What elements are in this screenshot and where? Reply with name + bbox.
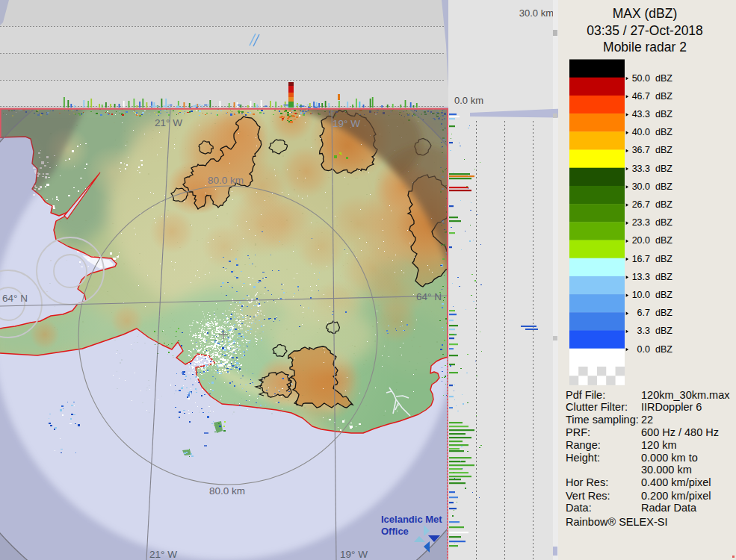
svg-text:dBZ: dBZ	[655, 290, 672, 300]
svg-text:PRF:: PRF:	[566, 426, 590, 438]
svg-text:20.0: 20.0	[632, 235, 650, 246]
svg-text:0.200 km/pixel: 0.200 km/pixel	[641, 490, 711, 502]
svg-text:dBZ: dBZ	[655, 181, 672, 192]
svg-text:0.0: 0.0	[637, 344, 650, 355]
svg-text:Hor Res:: Hor Res:	[566, 476, 608, 488]
svg-text:23.3: 23.3	[632, 217, 650, 228]
svg-text:dBZ: dBZ	[655, 344, 672, 355]
svg-text:21° W: 21° W	[149, 549, 177, 560]
svg-text:MAX (dBZ): MAX (dBZ)	[613, 6, 678, 21]
svg-text:40.0: 40.0	[632, 127, 650, 137]
svg-text:64° N: 64° N	[2, 293, 28, 304]
svg-text:Height:: Height:	[566, 452, 600, 464]
svg-text:30.0: 30.0	[632, 181, 650, 192]
svg-text:Clutter Filter:: Clutter Filter:	[566, 401, 628, 413]
svg-text:30.0 km: 30.0 km	[519, 7, 554, 19]
svg-text:03:35 / 27-Oct-2018: 03:35 / 27-Oct-2018	[587, 23, 703, 38]
svg-text:dBZ: dBZ	[655, 109, 672, 119]
svg-text:Mobile radar 2: Mobile radar 2	[603, 40, 687, 55]
svg-text:16.7: 16.7	[632, 254, 650, 264]
svg-text:120 km: 120 km	[641, 439, 677, 451]
svg-text:Rainbow® SELEX-SI: Rainbow® SELEX-SI	[566, 516, 667, 528]
svg-text:dBZ: dBZ	[655, 91, 672, 102]
svg-text:600 Hz / 480 Hz: 600 Hz / 480 Hz	[641, 426, 719, 438]
svg-text:dBZ: dBZ	[655, 164, 672, 174]
svg-text:80.0 km: 80.0 km	[209, 485, 245, 497]
svg-text:120km_30km.max: 120km_30km.max	[641, 389, 730, 401]
svg-text:dBZ: dBZ	[655, 145, 672, 155]
svg-text:dBZ: dBZ	[655, 326, 672, 336]
svg-text:Pdf File:: Pdf File:	[566, 389, 605, 401]
svg-text:19° W: 19° W	[333, 118, 360, 129]
svg-text:6.7: 6.7	[637, 308, 650, 318]
svg-text:30.000 km: 30.000 km	[641, 464, 692, 476]
svg-text:Time sampling:: Time sampling:	[566, 414, 639, 426]
svg-text:80.0 km: 80.0 km	[208, 175, 244, 186]
svg-text:19° W: 19° W	[340, 549, 368, 560]
svg-text:13.3: 13.3	[632, 272, 650, 282]
svg-text:0.0 km: 0.0 km	[454, 95, 483, 106]
svg-text:dBZ: dBZ	[655, 272, 672, 282]
svg-text:50.0: 50.0	[632, 73, 650, 84]
svg-text:IIRDoppler 6: IIRDoppler 6	[641, 401, 702, 413]
svg-text:dBZ: dBZ	[655, 127, 672, 137]
svg-text:46.7: 46.7	[632, 91, 650, 102]
svg-text:dBZ: dBZ	[655, 199, 672, 210]
svg-text:3.3: 3.3	[637, 326, 650, 336]
svg-text:43.3: 43.3	[632, 109, 650, 119]
svg-text:21° W: 21° W	[155, 117, 182, 128]
svg-text:10.0: 10.0	[632, 290, 650, 300]
svg-text:Office: Office	[381, 526, 409, 537]
svg-text:33.3: 33.3	[632, 164, 650, 174]
svg-text:0.000 km to: 0.000 km to	[641, 452, 698, 464]
svg-text:dBZ: dBZ	[655, 73, 672, 84]
svg-text:36.7: 36.7	[632, 145, 650, 155]
svg-text:dBZ: dBZ	[655, 217, 672, 228]
svg-text:Data:: Data:	[566, 502, 592, 514]
svg-text:Radar Data: Radar Data	[641, 502, 697, 514]
svg-text:64° N: 64° N	[416, 291, 442, 302]
svg-text:26.7: 26.7	[632, 199, 650, 210]
svg-text:Vert Res:: Vert Res:	[566, 490, 610, 502]
svg-text:dBZ: dBZ	[655, 254, 672, 264]
svg-text:0.400 km/pixel: 0.400 km/pixel	[641, 476, 711, 488]
svg-text:Icelandic Met: Icelandic Met	[381, 514, 442, 525]
svg-text:dBZ: dBZ	[655, 235, 672, 246]
svg-text:Range:: Range:	[566, 439, 601, 451]
svg-text:22: 22	[641, 414, 653, 426]
svg-text:dBZ: dBZ	[655, 308, 672, 318]
